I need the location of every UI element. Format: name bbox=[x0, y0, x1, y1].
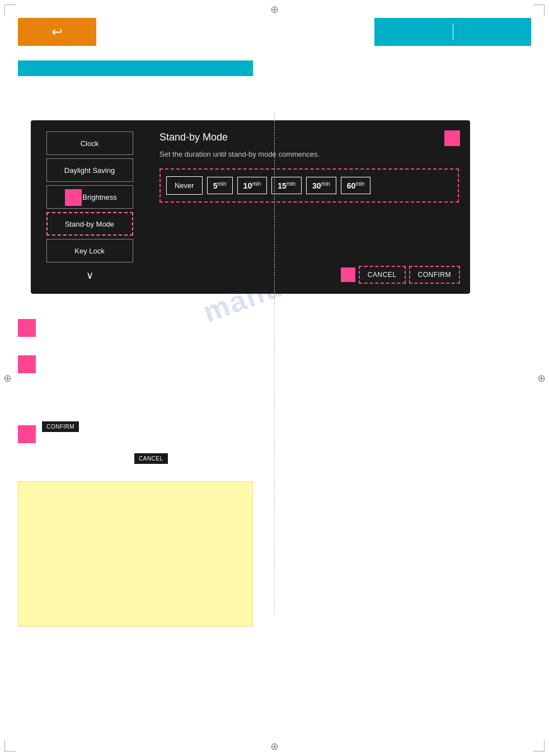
duration-5min-btn[interactable]: 5min bbox=[207, 177, 233, 194]
annotation-pink-sq-2 bbox=[18, 355, 36, 373]
pink-square-top-right bbox=[444, 130, 460, 146]
yellow-note-box bbox=[18, 481, 253, 627]
chevron-icon: ∨ bbox=[86, 269, 93, 281]
duration-options-row: Never 5min 10min 15min 30min 60min bbox=[159, 168, 459, 203]
crosshair-top: ⊕ bbox=[270, 3, 279, 16]
crosshair-bottom: ⊕ bbox=[270, 740, 279, 753]
val-15: 15 bbox=[278, 181, 287, 190]
stand-by-mode-label: Stand-by Mode bbox=[65, 220, 114, 228]
confirm-button[interactable]: CONFIRM bbox=[409, 266, 461, 284]
content-description: Set the duration until stand-by mode com… bbox=[159, 150, 459, 158]
cancel-annotation-label: CANCEL bbox=[139, 456, 163, 462]
duration-never-btn[interactable]: Never bbox=[166, 176, 203, 195]
crosshair-left: ⊕ bbox=[3, 372, 12, 384]
left-menu: Clock Daylight Saving Brightness Stand-b… bbox=[31, 120, 148, 294]
corner-mark-bl bbox=[4, 740, 16, 752]
val-30: 30 bbox=[312, 181, 321, 190]
right-header-bar bbox=[374, 18, 531, 46]
duration-15min-btn[interactable]: 15min bbox=[271, 177, 302, 194]
unit-5: min bbox=[217, 181, 226, 187]
clock-label: Clock bbox=[81, 139, 99, 148]
duration-30min-btn[interactable]: 30min bbox=[306, 177, 336, 194]
menu-item-brightness[interactable]: Brightness bbox=[46, 185, 133, 209]
unit-10: min bbox=[252, 181, 261, 187]
cancel-button[interactable]: CANCEL bbox=[359, 266, 406, 284]
menu-chevron[interactable]: ∨ bbox=[46, 266, 133, 284]
confirm-annotation-btn: CONFIRM bbox=[42, 421, 79, 432]
duration-10min-btn[interactable]: 10min bbox=[237, 177, 268, 194]
vertical-divider bbox=[274, 112, 275, 616]
content-title: Stand-by Mode bbox=[159, 132, 459, 143]
corner-mark-tl bbox=[4, 4, 16, 16]
key-lock-label: Key Lock bbox=[74, 247, 104, 255]
confirm-annotation-label: CONFIRM bbox=[46, 424, 74, 430]
brightness-pink-block bbox=[65, 189, 82, 206]
menu-item-clock[interactable]: Clock bbox=[46, 132, 133, 155]
never-label: Never bbox=[175, 181, 194, 190]
unit-60: min bbox=[355, 181, 364, 187]
annotation-pink-sq-3 bbox=[18, 425, 36, 443]
menu-item-key-lock[interactable]: Key Lock bbox=[46, 239, 133, 262]
val-60: 60 bbox=[347, 181, 356, 190]
cancel-annotation-btn: CANCEL bbox=[134, 453, 168, 464]
daylight-saving-label: Daylight Saving bbox=[64, 166, 115, 175]
val-10: 10 bbox=[243, 181, 252, 190]
pink-sq-bottom bbox=[341, 267, 355, 282]
brightness-label: Brightness bbox=[82, 193, 116, 201]
duration-60min-btn[interactable]: 60min bbox=[341, 177, 371, 194]
corner-mark-tr bbox=[533, 4, 545, 16]
back-button[interactable]: ↩ bbox=[18, 18, 96, 46]
unit-15: min bbox=[287, 181, 295, 187]
menu-item-stand-by-mode[interactable]: Stand-by Mode bbox=[46, 212, 133, 236]
bottom-action-row: CANCEL CONFIRM bbox=[341, 266, 460, 284]
crosshair-right: ⊕ bbox=[537, 372, 546, 384]
blue-title-bar bbox=[18, 60, 253, 76]
back-arrow-icon: ↩ bbox=[51, 24, 63, 40]
right-content: Stand-by Mode Set the duration until sta… bbox=[148, 120, 470, 294]
unit-30: min bbox=[321, 181, 330, 187]
header-divider bbox=[453, 24, 453, 40]
corner-mark-br bbox=[533, 740, 545, 752]
device-panel: Clock Daylight Saving Brightness Stand-b… bbox=[31, 120, 470, 294]
annotation-pink-sq-1 bbox=[18, 319, 36, 337]
menu-item-daylight-saving[interactable]: Daylight Saving bbox=[46, 158, 133, 182]
